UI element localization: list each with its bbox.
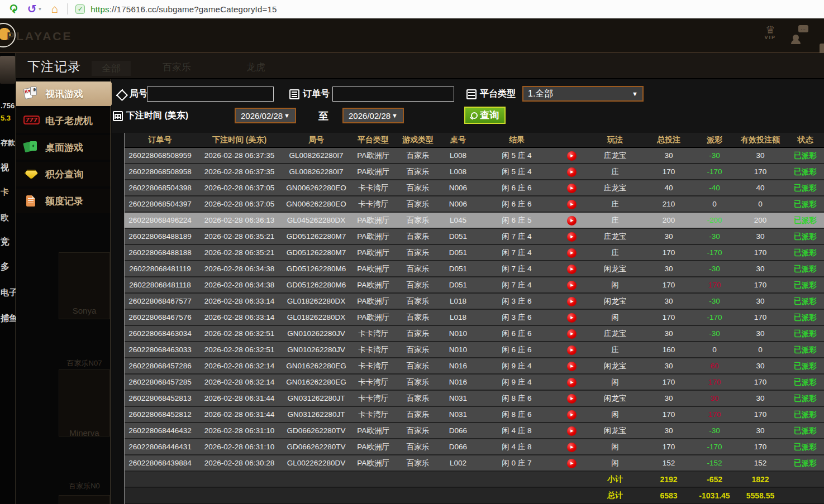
- game-type-cell: 百家乐: [397, 313, 439, 323]
- table-row[interactable]: 260228068463033 2026-02-28 06:32:51 GN01…: [125, 342, 824, 358]
- game-type-cell: 百家乐: [397, 345, 439, 355]
- play-video-icon[interactable]: ▶: [567, 297, 577, 306]
- sidebar-item-slots[interactable]: 777 电子老虎机: [16, 108, 111, 133]
- home-icon[interactable]: ⌂: [51, 2, 58, 16]
- search-button[interactable]: 查询: [464, 107, 506, 124]
- table-number-cell: D051: [439, 265, 478, 273]
- play-video-icon[interactable]: ▶: [567, 362, 577, 371]
- game-type-cell: 百家乐: [397, 377, 439, 387]
- table-row[interactable]: 260228068508959 2026-02-28 06:37:35 GL00…: [125, 148, 824, 164]
- chevron-down-icon: ▼: [632, 90, 638, 97]
- play-video-icon[interactable]: ▶: [567, 216, 577, 225]
- valid-bet-cell: 170: [735, 313, 786, 321]
- sidebar-item-label: 视讯游戏: [45, 88, 83, 100]
- play-video-icon[interactable]: ▶: [567, 167, 577, 177]
- table-row[interactable]: 260228068452813 2026-02-28 06:31:44 GN03…: [125, 391, 824, 407]
- sidebar-item-video-games[interactable]: K♥9 视讯游戏: [16, 81, 111, 106]
- play-cell: ▶: [556, 166, 587, 177]
- order-id-cell: 260228068496224: [125, 216, 196, 224]
- table-row[interactable]: 260228068457285 2026-02-28 06:32:14 GN01…: [125, 375, 824, 391]
- sidebar-item-points-query[interactable]: 积分查询: [16, 162, 111, 186]
- round-id-input[interactable]: [147, 87, 274, 102]
- table-row[interactable]: 260228068481119 2026-02-28 06:34:38 GD05…: [125, 261, 824, 277]
- refresh-icon[interactable]: ⟳: [7, 4, 20, 14]
- customer-service-button[interactable]: ...: [792, 25, 808, 42]
- table-row[interactable]: 260228068508958 2026-02-28 06:37:35 GL00…: [125, 164, 824, 180]
- order-id-cell: 260228068481118: [125, 281, 196, 289]
- table-number-cell: D051: [439, 248, 478, 257]
- table-number-cell: L008: [439, 167, 478, 176]
- table-row[interactable]: 260228068481118 2026-02-28 06:34:38 GD05…: [125, 277, 824, 294]
- order-id-cell: 260228068457286: [125, 362, 196, 370]
- order-id-input[interactable]: [332, 87, 454, 102]
- play-video-icon[interactable]: ▶: [567, 394, 577, 404]
- round-id-cell: GN031262280JT: [283, 394, 349, 402]
- play-cell: ▶: [556, 377, 587, 387]
- play-video-icon[interactable]: ▶: [567, 459, 577, 468]
- tag-icon: [116, 89, 126, 99]
- table-number-cell: N031: [439, 394, 478, 402]
- table-row[interactable]: 260228068488188 2026-02-28 06:35:21 GD05…: [125, 245, 824, 261]
- vip-button[interactable]: ♛ VIP: [764, 25, 776, 40]
- result-cell: 闲 6 庄 6: [478, 183, 556, 193]
- table-row[interactable]: 260228068504397 2026-02-28 06:37:05 GN00…: [125, 196, 824, 213]
- column-header: 局号: [283, 135, 349, 145]
- play-video-icon[interactable]: ▶: [567, 200, 577, 209]
- play-video-icon[interactable]: ▶: [567, 345, 577, 355]
- table-row[interactable]: 260228068439884 2026-02-28 06:30:28 GL00…: [125, 455, 824, 472]
- table-row[interactable]: 260228068467577 2026-02-28 06:33:14 GL01…: [125, 294, 824, 310]
- address-bar[interactable]: https://175616.cc/subgame?gameCategoryId…: [91, 4, 277, 14]
- bet-time-cell: 2026-02-28 06:30:28: [196, 459, 283, 467]
- play-video-icon[interactable]: ▶: [567, 232, 577, 242]
- date-from-select[interactable]: 2026/02/28 ▼: [235, 108, 296, 123]
- bet-time-cell: 2026-02-28 06:32:14: [196, 362, 283, 370]
- status-cell: 已派彩: [786, 296, 824, 306]
- game-type-cell: 百家乐: [397, 296, 439, 306]
- sidebar-item-table-games[interactable]: ♦ 桌面游戏: [16, 135, 111, 160]
- round-id-cell: GL002262280DV: [283, 459, 349, 467]
- secure-shield-icon[interactable]: ✓: [75, 4, 85, 14]
- table-row[interactable]: 260228068446431 2026-02-28 06:31:10 GD06…: [125, 439, 824, 455]
- bet-time-cell: 2026-02-28 06:32:51: [196, 329, 283, 338]
- browser-toolbar: ⟳ ↺ ▼ ⌂ ✓ https://175616.cc/subgame?game…: [0, 0, 824, 18]
- play-video-icon[interactable]: ▶: [567, 426, 577, 436]
- play-video-icon[interactable]: ▶: [567, 313, 577, 323]
- platform-type-select[interactable]: 1.全部 ▼: [522, 86, 644, 102]
- date-to-select[interactable]: 2026/02/28 ▼: [342, 108, 404, 123]
- bet-time-cell: 2026-02-28 06:35:21: [196, 232, 283, 241]
- table-row[interactable]: 260228068467576 2026-02-28 06:33:14 GL01…: [125, 310, 824, 326]
- lobby-text-fragment: 竞: [1, 236, 9, 248]
- result-cell: 闲 9 庄 4: [478, 377, 556, 387]
- table-number-cell: N016: [439, 362, 478, 370]
- play-video-icon[interactable]: ▶: [567, 329, 577, 339]
- back-history-caret-icon[interactable]: ▼: [38, 7, 42, 12]
- status-cell: 已派彩: [786, 280, 824, 290]
- play-video-icon[interactable]: ▶: [567, 265, 577, 274]
- crown-icon: ♛: [764, 25, 776, 35]
- play-cell: ▶: [556, 344, 587, 355]
- order-id-cell: 260228068452813: [125, 394, 196, 402]
- table-row[interactable]: 260228068504398 2026-02-28 06:37:05 GN00…: [125, 180, 824, 196]
- table-row[interactable]: 260228068457286 2026-02-28 06:32:14 GN01…: [125, 358, 824, 375]
- status-cell: 已派彩: [786, 426, 824, 436]
- table-row[interactable]: 260228068463034 2026-02-28 06:32:51 GN01…: [125, 326, 824, 342]
- game-type-cell: 百家乐: [397, 410, 439, 420]
- back-icon[interactable]: ↺: [27, 2, 37, 16]
- column-header: 有效投注额: [735, 135, 786, 145]
- play-video-icon[interactable]: ▶: [567, 184, 577, 193]
- table-number-cell: D066: [439, 443, 478, 451]
- play-video-icon[interactable]: ▶: [567, 378, 577, 387]
- table-row[interactable]: 260228068446432 2026-02-28 06:31:10 GD06…: [125, 423, 824, 439]
- play-video-icon[interactable]: ▶: [567, 151, 577, 161]
- play-video-icon[interactable]: ▶: [567, 281, 577, 290]
- play-video-icon[interactable]: ▶: [567, 443, 577, 452]
- play-video-icon[interactable]: ▶: [567, 248, 577, 258]
- valid-bet-cell: 30: [735, 232, 786, 241]
- table-row[interactable]: 260228068488189 2026-02-28 06:35:21 GD05…: [125, 229, 824, 245]
- table-row[interactable]: 260228068496224 2026-02-28 06:36:13 GL04…: [125, 213, 824, 229]
- bet-time-cell: 2026-02-28 06:37:35: [196, 167, 283, 176]
- play-video-icon[interactable]: ▶: [567, 410, 577, 420]
- status-cell: 已派彩: [786, 248, 824, 258]
- table-row[interactable]: 260228068452812 2026-02-28 06:31:44 GN03…: [125, 407, 824, 423]
- sidebar-item-quota-records[interactable]: 额度记录: [16, 189, 111, 213]
